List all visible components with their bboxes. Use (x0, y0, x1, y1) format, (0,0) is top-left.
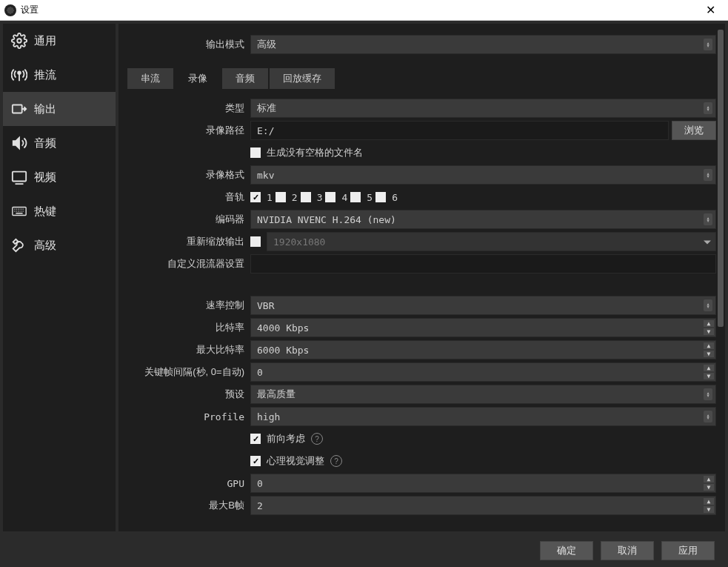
recording-path-input[interactable]: E:/ (250, 121, 669, 140)
svg-rect-3 (13, 172, 26, 182)
custom-mux-label: 自定义混流器设置 (118, 257, 250, 271)
track-1-checkbox[interactable] (250, 192, 261, 202)
close-button[interactable]: ✕ (695, 0, 725, 21)
spinner-down-icon[interactable]: ▼ (704, 506, 714, 513)
max-bitrate-spinner[interactable]: 6000 Kbps▲▼ (250, 340, 716, 359)
content-pane: 输出模式 高级 串流 录像 音频 回放缓存 类型 标准 录像路径 (118, 24, 725, 531)
lookahead-label: 前向考虑 (267, 432, 305, 445)
preset-label: 预设 (118, 388, 250, 401)
psycho-visual-checkbox[interactable] (250, 456, 261, 466)
sidebar-item-label: 通用 (34, 34, 56, 48)
gear-icon (10, 32, 28, 50)
sidebar-item-label: 热键 (34, 205, 56, 219)
rescale-output-checkbox[interactable] (250, 236, 261, 247)
output-tabs: 串流 录像 音频 回放缓存 (127, 68, 716, 89)
sidebar-item-label: 输出 (34, 102, 56, 116)
spinner-down-icon[interactable]: ▼ (704, 484, 714, 491)
apply-button[interactable]: 应用 (661, 541, 715, 560)
sidebar-item-label: 推流 (34, 68, 56, 82)
scrollbar[interactable] (718, 30, 724, 525)
no-space-filename-checkbox[interactable] (250, 147, 261, 158)
svg-point-1 (18, 71, 21, 74)
sidebar-item-general[interactable]: 通用 (3, 24, 116, 58)
keyframe-label: 关键帧间隔(秒, 0=自动) (118, 365, 250, 379)
rate-control-label: 速率控制 (118, 299, 250, 312)
profile-select[interactable]: high (250, 407, 716, 426)
lookahead-checkbox[interactable] (250, 434, 261, 444)
recording-path-label: 录像路径 (118, 124, 250, 137)
track-3-label: 3 (317, 192, 323, 203)
speaker-icon (10, 134, 28, 152)
bitrate-label: 比特率 (118, 321, 250, 334)
svg-rect-2 (13, 105, 22, 113)
sidebar-item-label: 视频 (34, 170, 56, 185)
broadcast-icon (10, 66, 28, 84)
titlebar: 设置 ✕ (0, 0, 728, 21)
track-3-checkbox[interactable] (301, 192, 311, 202)
encoder-select[interactable]: NVIDIA NVENC H.264 (new) (250, 210, 716, 229)
window-title: 设置 (21, 4, 39, 16)
gpu-label: GPU (118, 478, 250, 489)
rate-control-select[interactable]: VBR (250, 296, 716, 315)
custom-mux-input[interactable] (250, 254, 716, 273)
tab-replay-buffer[interactable]: 回放缓存 (270, 68, 335, 89)
track-5-checkbox[interactable] (350, 192, 361, 202)
keyframe-spinner[interactable]: 0▲▼ (250, 362, 716, 382)
rescale-output-label: 重新缩放输出 (118, 235, 250, 248)
tab-audio[interactable]: 音频 (222, 68, 268, 89)
app-logo-icon (4, 4, 16, 16)
sidebar-item-hotkeys[interactable]: 热键 (3, 194, 116, 228)
keyboard-icon (10, 202, 28, 220)
type-select[interactable]: 标准 (250, 99, 716, 118)
track-6-label: 6 (392, 192, 398, 203)
spinner-up-icon[interactable]: ▲ (704, 498, 714, 505)
track-1-label: 1 (267, 192, 273, 203)
help-icon[interactable]: ? (311, 433, 323, 445)
cancel-button[interactable]: 取消 (601, 541, 654, 560)
spinner-up-icon[interactable]: ▲ (704, 342, 714, 349)
spinner-down-icon[interactable]: ▼ (704, 328, 714, 335)
audio-tracks-label: 音轨 (118, 190, 250, 204)
svg-point-0 (17, 39, 21, 43)
bitrate-spinner[interactable]: 4000 Kbps▲▼ (250, 318, 716, 337)
sidebar-item-label: 高级 (34, 239, 56, 253)
dialog-button-bar: 确定 取消 应用 (0, 534, 728, 567)
psycho-visual-label: 心理视觉调整 (267, 454, 324, 468)
bframes-spinner[interactable]: 2▲▼ (250, 496, 716, 515)
gpu-spinner[interactable]: 0▲▼ (250, 474, 716, 493)
track-4-label: 4 (341, 192, 347, 203)
sidebar-item-audio[interactable]: 音频 (3, 126, 116, 160)
track-5-label: 5 (367, 192, 373, 203)
recording-format-select[interactable]: mkv (250, 165, 716, 185)
monitor-icon (10, 168, 28, 186)
spinner-up-icon[interactable]: ▲ (704, 320, 714, 327)
ok-button[interactable]: 确定 (540, 541, 593, 560)
track-2-checkbox[interactable] (275, 192, 286, 202)
no-space-filename-label: 生成没有空格的文件名 (267, 146, 363, 159)
spinner-down-icon[interactable]: ▼ (704, 351, 714, 357)
spinner-down-icon[interactable]: ▼ (704, 373, 714, 379)
sidebar-item-video[interactable]: 视频 (3, 160, 116, 194)
type-label: 类型 (118, 102, 250, 115)
track-2-label: 2 (292, 192, 298, 203)
output-mode-label: 输出模式 (193, 38, 250, 51)
sidebar-item-output[interactable]: 输出 (3, 92, 116, 126)
track-4-checkbox[interactable] (325, 192, 335, 202)
tab-recording[interactable]: 录像 (175, 68, 221, 89)
output-mode-select[interactable]: 高级 (250, 35, 716, 54)
sidebar-item-stream[interactable]: 推流 (3, 58, 116, 92)
spinner-up-icon[interactable]: ▲ (704, 476, 714, 483)
bframes-label: 最大B帧 (118, 499, 250, 512)
tools-icon (10, 236, 28, 254)
preset-select[interactable]: 最高质量 (250, 385, 716, 404)
sidebar-item-advanced[interactable]: 高级 (3, 228, 116, 262)
scrollbar-thumb[interactable] (718, 30, 724, 327)
recording-format-label: 录像格式 (118, 168, 250, 182)
rescale-output-select[interactable]: 1920x1080 (267, 232, 716, 251)
browse-button[interactable]: 浏览 (672, 121, 716, 140)
track-6-checkbox[interactable] (375, 192, 386, 202)
tab-streaming[interactable]: 串流 (127, 68, 173, 89)
spinner-up-icon[interactable]: ▲ (704, 365, 714, 371)
help-icon[interactable]: ? (330, 455, 342, 467)
encoder-label: 编码器 (118, 213, 250, 226)
